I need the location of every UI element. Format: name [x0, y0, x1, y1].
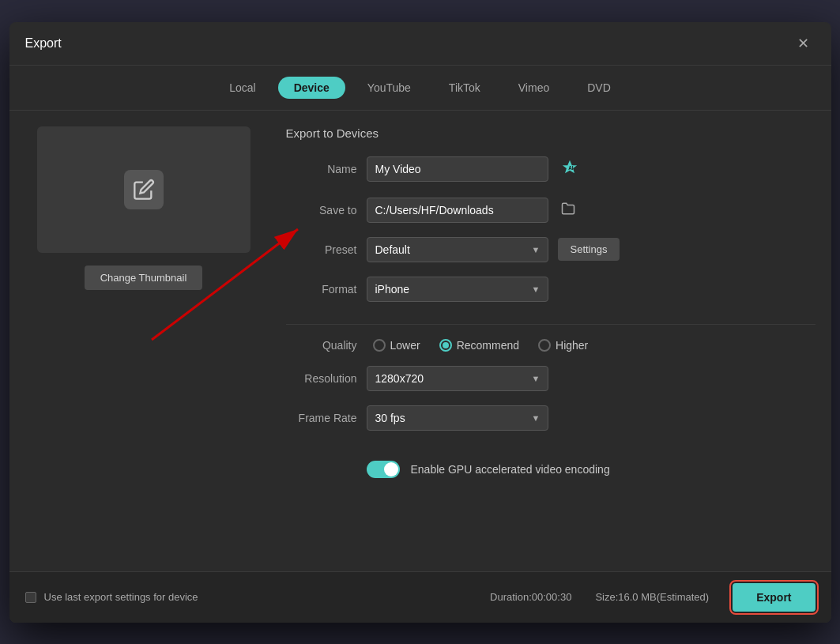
frame-rate-row: Frame Rate 30 fps ▼ — [286, 405, 816, 431]
frame-rate-select[interactable]: 30 fps — [367, 405, 548, 431]
export-button[interactable]: Export — [733, 583, 815, 612]
gpu-row: Enable GPU accelerated video encoding — [367, 461, 816, 478]
folder-button[interactable] — [558, 198, 578, 222]
tab-local[interactable]: Local — [213, 77, 271, 99]
dialog-title: Export — [25, 36, 62, 51]
last-export-row: Use last export settings for device — [25, 591, 198, 603]
tab-vimeo[interactable]: Vimeo — [503, 77, 565, 99]
export-dialog: Export ✕ Local Device YouTube TikTok Vim… — [9, 22, 831, 623]
right-panel: Export to Devices Name AI Save to — [286, 126, 816, 555]
quality-lower-label: Lower — [390, 339, 420, 352]
duration-text: Duration:00:00:30 — [490, 591, 571, 603]
change-thumbnail-button[interactable]: Change Thumbnail — [85, 266, 203, 290]
preset-select-wrapper: Default ▼ — [367, 237, 548, 262]
tabs-bar: Local Device YouTube TikTok Vimeo DVD — [9, 66, 831, 111]
svg-text:AI: AI — [568, 164, 574, 170]
resolution-select[interactable]: 1280x720 — [367, 366, 548, 391]
tab-tiktok[interactable]: TikTok — [433, 77, 496, 99]
name-input[interactable] — [367, 156, 548, 182]
last-export-checkbox[interactable] — [25, 592, 36, 603]
last-export-label: Use last export settings for device — [44, 591, 198, 603]
tab-device[interactable]: Device — [278, 77, 345, 99]
thumbnail-preview — [37, 126, 250, 253]
close-button[interactable]: ✕ — [791, 32, 816, 55]
name-row: Name AI — [286, 156, 816, 183]
quality-row: Quality Lower Recommend Higher — [286, 339, 816, 352]
quality-higher[interactable]: Higher — [538, 339, 588, 352]
resolution-row: Resolution 1280x720 ▼ — [286, 366, 816, 391]
save-to-row: Save to — [286, 198, 816, 223]
frame-rate-select-wrapper: 30 fps ▼ — [367, 405, 548, 431]
radio-higher-circle — [538, 339, 551, 352]
format-label: Format — [286, 283, 357, 296]
quality-lower[interactable]: Lower — [373, 339, 420, 352]
name-label: Name — [286, 163, 357, 175]
preset-select[interactable]: Default — [367, 237, 548, 262]
dialog-body: Change Thumbnail Export to Devices Name … — [9, 111, 831, 571]
format-row: Format iPhone ▼ — [286, 277, 816, 302]
thumbnail-icon — [124, 170, 164, 209]
quality-higher-label: Higher — [556, 339, 588, 352]
quality-recommend[interactable]: Recommend — [439, 339, 519, 352]
quality-radio-group: Lower Recommend Higher — [373, 339, 589, 352]
footer-right: Duration:00:00:30 Size:16.0 MB(Estimated… — [490, 583, 815, 612]
tab-youtube[interactable]: YouTube — [352, 77, 427, 99]
ai-button[interactable]: AI — [558, 156, 582, 183]
dialog-header: Export ✕ — [9, 22, 831, 66]
radio-recommend-circle — [439, 339, 452, 352]
format-select-wrapper: iPhone ▼ — [367, 277, 548, 302]
settings-button[interactable]: Settings — [558, 238, 620, 261]
gpu-toggle[interactable] — [367, 461, 400, 478]
save-to-label: Save to — [286, 204, 357, 217]
format-select[interactable]: iPhone — [367, 277, 548, 302]
divider — [286, 324, 816, 325]
size-text: Size:16.0 MB(Estimated) — [595, 591, 709, 603]
gpu-label: Enable GPU accelerated video encoding — [411, 463, 610, 476]
save-to-input[interactable] — [367, 198, 548, 223]
quality-recommend-label: Recommend — [457, 339, 519, 352]
resolution-label: Resolution — [286, 372, 357, 385]
quality-label: Quality — [286, 339, 357, 352]
tab-dvd[interactable]: DVD — [571, 77, 627, 99]
resolution-select-wrapper: 1280x720 ▼ — [367, 366, 548, 391]
radio-lower-circle — [373, 339, 386, 352]
section-title: Export to Devices — [286, 126, 816, 140]
dialog-footer: Use last export settings for device Dura… — [9, 571, 831, 623]
preset-row: Preset Default ▼ Settings — [286, 237, 816, 262]
left-panel: Change Thumbnail — [25, 126, 262, 555]
preset-label: Preset — [286, 243, 357, 256]
frame-rate-label: Frame Rate — [286, 412, 357, 424]
